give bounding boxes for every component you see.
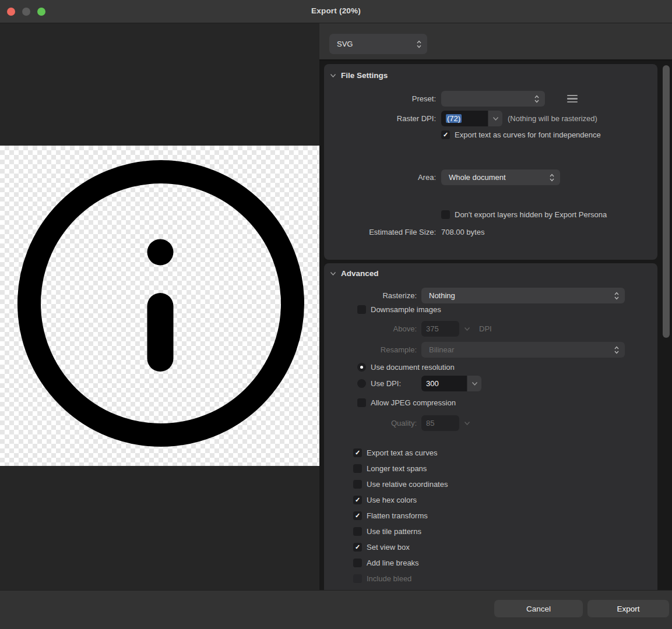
use-dpi-dropdown-button: [467, 376, 481, 391]
chevron-down-icon: [464, 327, 470, 331]
quality-dropdown-button: [460, 415, 474, 431]
stepper-icon: [614, 291, 620, 301]
resample-row: Resample: Bilinear: [324, 342, 657, 358]
area-select[interactable]: Whole document: [441, 169, 560, 185]
above-value: 375: [426, 324, 439, 333]
export-dialog: Export (20%) SVG: [0, 0, 672, 629]
use-doc-resolution-row: Use document resolution: [324, 362, 657, 372]
use-dpi-input: 300: [421, 376, 467, 391]
checkbox[interactable]: [353, 559, 362, 567]
advanced-option-row[interactable]: Flatten transforms: [324, 508, 657, 524]
quality-input: 85: [421, 415, 459, 431]
checkbox[interactable]: [353, 464, 362, 473]
checkbox[interactable]: [441, 210, 450, 219]
checkbox[interactable]: [353, 448, 362, 457]
checkbox[interactable]: [357, 398, 366, 407]
advanced-option-row: Include bleed: [324, 571, 657, 586]
format-select[interactable]: SVG: [329, 34, 427, 54]
export-preview-document: [0, 146, 319, 466]
checkbox-label: Don't export layers hidden by Export Per…: [455, 210, 607, 219]
chevron-down-icon: [472, 381, 478, 386]
chevron-down-icon: [330, 73, 336, 78]
stepper-icon: [614, 345, 620, 355]
rasterize-label: Rasterize:: [324, 291, 417, 300]
export-settings-column: SVG File Settings Preset:: [319, 23, 672, 590]
stepper-icon: [549, 172, 555, 182]
checkbox-label: Include bleed: [367, 574, 411, 583]
estimated-file-size-row: Estimated File Size: 708.00 bytes: [324, 227, 657, 237]
checkbox[interactable]: [353, 543, 362, 552]
titlebar: Export (20%): [0, 0, 672, 23]
radio-label: Use document resolution: [371, 363, 455, 372]
area-row: Area: Whole document: [324, 169, 657, 185]
stepper-icon: [416, 39, 422, 49]
advanced-header[interactable]: Advanced: [330, 269, 379, 278]
checkbox-label: Export text as curves for font independe…: [455, 130, 601, 139]
checkbox[interactable]: [353, 511, 362, 520]
downsample-row: Downsample images: [324, 305, 657, 314]
checkbox-label: Use tile patterns: [367, 527, 421, 536]
checkbox[interactable]: [353, 496, 362, 504]
above-combo: 375: [421, 321, 474, 337]
quality-value: 85: [426, 419, 434, 427]
advanced-option-row[interactable]: Use relative coordinates: [324, 476, 657, 492]
resample-select-value: Bilinear: [429, 345, 454, 354]
preset-select[interactable]: [441, 91, 545, 107]
checkbox: [353, 574, 362, 583]
raster-dpi-input[interactable]: (72): [441, 111, 488, 126]
advanced-option-row[interactable]: Set view box: [324, 539, 657, 555]
window-title: Export (20%): [0, 6, 672, 15]
raster-dpi-dropdown-button[interactable]: [488, 111, 502, 126]
checkbox-label: Add line breaks: [367, 559, 419, 567]
advanced-option-row[interactable]: Use tile patterns: [324, 524, 657, 539]
use-dpi-combo: 300: [421, 376, 481, 391]
file-settings-header[interactable]: File Settings: [330, 71, 388, 80]
stepper-icon: [534, 94, 540, 104]
checkbox[interactable]: [353, 527, 362, 536]
scrollbar-thumb[interactable]: [663, 65, 670, 338]
export-button[interactable]: Export: [587, 600, 669, 617]
file-size-value: 708.00 bytes: [441, 228, 484, 236]
raster-dpi-label: Raster DPI:: [324, 114, 436, 123]
checkbox[interactable]: [441, 130, 450, 139]
info-icon-artwork: [0, 146, 319, 466]
checkbox-label: Longer text spans: [367, 464, 427, 473]
checkbox-label: Use relative coordinates: [367, 480, 448, 489]
above-dpi-row: Above: 375 DPI: [324, 321, 657, 337]
resample-select: Bilinear: [421, 342, 625, 358]
area-label: Area:: [324, 173, 436, 182]
resample-label: Resample:: [324, 345, 417, 354]
export-preview-pasteboard: [0, 23, 319, 590]
advanced-option-row[interactable]: Add line breaks: [324, 555, 657, 571]
advanced-option-row[interactable]: Longer text spans: [324, 461, 657, 476]
advanced-option-row[interactable]: Use hex colors: [324, 492, 657, 508]
advanced-panel: Advanced Rasterize: Nothing Downsample i…: [324, 263, 657, 590]
area-select-value: Whole document: [449, 173, 506, 182]
checkbox[interactable]: [357, 305, 366, 314]
above-unit: DPI: [479, 324, 492, 333]
raster-dpi-row: Raster DPI: (72) (Nothing will be raster…: [324, 111, 657, 126]
chevron-down-icon: [330, 271, 336, 276]
radio-label: Use DPI:: [371, 379, 401, 388]
chevron-down-icon: [492, 116, 499, 121]
file-size-label: Estimated File Size:: [324, 228, 436, 236]
above-input: 375: [421, 321, 459, 337]
radio-button[interactable]: [357, 379, 366, 388]
preset-row: Preset:: [324, 91, 657, 107]
rasterize-select-value: Nothing: [429, 291, 455, 300]
rasterize-select[interactable]: Nothing: [421, 288, 625, 303]
checkbox-label: Export text as curves: [367, 448, 437, 457]
checkbox[interactable]: [353, 480, 362, 489]
checkbox-label: Downsample images: [371, 305, 441, 314]
checkbox-label: Set view box: [367, 543, 410, 552]
dont-export-hidden-row: Don't export layers hidden by Export Per…: [324, 210, 657, 220]
checkbox-label: Use hex colors: [367, 496, 417, 504]
cancel-button[interactable]: Cancel: [494, 600, 583, 617]
quality-combo: 85: [421, 415, 474, 431]
preset-label: Preset:: [324, 94, 436, 103]
advanced-option-row[interactable]: Export text as curves: [324, 445, 657, 461]
raster-dpi-combo: (72): [441, 111, 502, 126]
section-title: File Settings: [341, 71, 388, 80]
radio-button[interactable]: [357, 363, 366, 372]
preset-menu-icon[interactable]: [567, 95, 578, 103]
